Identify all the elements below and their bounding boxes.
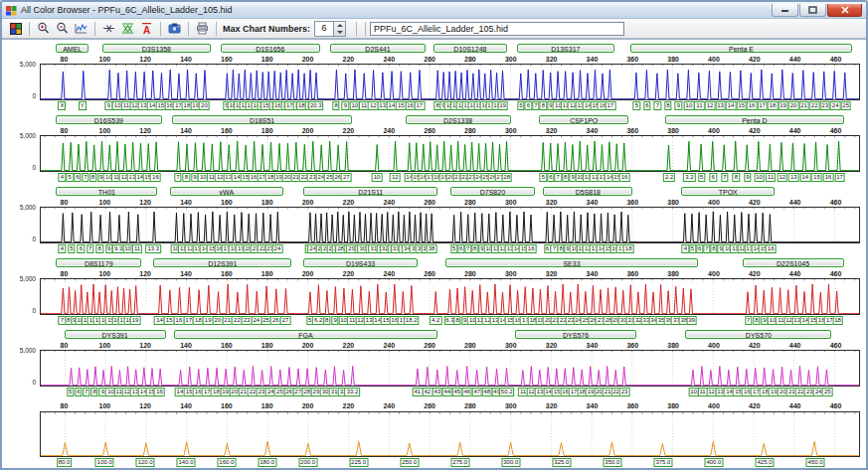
axis-tick: 300 — [505, 126, 517, 135]
axis-tick: 100 — [99, 401, 111, 410]
axis-tick: 340 — [587, 341, 599, 350]
svg-text:A: A — [143, 25, 150, 36]
axis-tick: 300 — [505, 55, 517, 64]
max-chart-numbers-value[interactable]: 6 — [315, 22, 333, 36]
allele-label: 39 — [686, 316, 697, 325]
allele-label: 8 — [562, 173, 569, 182]
zoom-fit-button[interactable] — [72, 20, 90, 38]
axis-tick: 400 — [708, 341, 720, 350]
axis-tick: 120 — [139, 341, 151, 350]
peak-detect-button[interactable] — [118, 20, 137, 38]
max-chart-numbers-spinner[interactable]: 6 — [314, 21, 346, 37]
marker-label: D18S51 — [172, 115, 353, 124]
electropherogram-black[interactable] — [40, 207, 860, 243]
axis-tick: 420 — [749, 126, 761, 135]
axis-tick: 160 — [221, 269, 233, 278]
allele-row-magenta: 5678910111213141516141516171819202122232… — [40, 387, 860, 398]
title-bar[interactable]: All Color Browser - PPFu_6C_Allelic_Ladd… — [2, 2, 866, 19]
axis-tick: 100 — [99, 198, 111, 207]
panels: 5,0000AMELD3S1358D1S1656D2S441D10S1248D1… — [2, 44, 866, 468]
allele-label: 6 — [78, 244, 85, 253]
axis-tick: 280 — [464, 126, 476, 135]
max-chart-numbers-label: Max Chart Numbers: — [223, 24, 310, 34]
minimize-icon — [781, 6, 789, 13]
allele-label: 400.0 — [704, 458, 723, 467]
axis-tick: 160 — [221, 198, 233, 207]
allele-label: 27 — [280, 316, 291, 325]
zoom-in-button[interactable] — [34, 20, 53, 38]
electropherogram-blue[interactable] — [40, 64, 860, 100]
axis-tick: 420 — [749, 401, 761, 410]
allele-label: 24 — [830, 101, 841, 110]
axis-tick: 80 — [61, 126, 69, 135]
axis-tick: 260 — [424, 341, 435, 350]
allele-label: 25 — [840, 101, 851, 110]
allele-label: 15 — [736, 101, 747, 110]
allele-label: 8 — [733, 173, 740, 182]
maximize-icon — [808, 6, 817, 14]
y-axis-max-label: 5,000 — [20, 62, 36, 68]
allele-label: 4.2 — [430, 316, 441, 325]
spinner-down-button[interactable] — [334, 29, 345, 36]
allele-label: 12 — [777, 173, 787, 182]
allele-label: 6 — [643, 101, 650, 110]
axis-tick: 320 — [546, 341, 558, 350]
axis-tick: 120 — [139, 401, 151, 410]
marker-row-black: TH01vWAD21S11D7S820D5S818TPOX — [40, 187, 860, 198]
allele-label: 120.0 — [136, 458, 155, 467]
electropherogram-orange[interactable] — [40, 411, 860, 457]
allele-label: 19 — [778, 101, 788, 110]
electropherogram-green[interactable] — [40, 135, 860, 172]
close-button[interactable] — [827, 4, 862, 17]
allele-label: 8 — [540, 101, 547, 110]
allele-label: 14 — [800, 173, 811, 182]
axis-tick: 120 — [139, 126, 151, 135]
maximize-button[interactable] — [799, 4, 826, 17]
axis-tick: 180 — [261, 269, 273, 278]
allele-label: 8 — [453, 316, 460, 325]
y-axis-gutter-magenta: 5,0000 — [2, 330, 40, 398]
axis-tick: 400 — [708, 55, 720, 64]
allele-label: 17 — [605, 101, 615, 110]
print-button[interactable] — [193, 20, 212, 38]
allele-label-button[interactable]: A — [137, 20, 156, 38]
allele-label: 9 — [744, 173, 751, 182]
current-file-field[interactable]: PPFu_6C_Allelic_Ladder_105.hid — [370, 22, 624, 36]
allele-label: 16 — [150, 173, 161, 182]
minimize-button[interactable] — [772, 4, 798, 17]
snapshot-button[interactable] — [165, 20, 184, 38]
allele-label: 7 — [745, 316, 752, 325]
axis-tick: 240 — [383, 401, 395, 410]
axis-tick: 320 — [546, 401, 558, 410]
trace-panel-black: 5,0000TH01vWAD21S11D7S820D5S818TPOX80100… — [2, 187, 866, 255]
axis-tick: 220 — [343, 269, 355, 278]
axis-tick: 100 — [99, 269, 111, 278]
axis-tick: 360 — [626, 126, 638, 135]
electropherogram-red[interactable] — [40, 278, 860, 315]
axis-tick: 300 — [505, 269, 517, 278]
marker-label: D3S1358 — [102, 44, 210, 53]
trace-panel-orange: 8010012014016018020022024026028030032034… — [2, 401, 866, 468]
axis-tick: 420 — [749, 198, 761, 207]
y-axis-gutter-black: 5,0000 — [2, 187, 40, 255]
allele-label: 9 — [675, 101, 682, 110]
allele-label: 6 — [75, 388, 82, 396]
y-axis-max-label: 5,000 — [20, 276, 36, 282]
allele-label: 13.3 — [146, 244, 162, 253]
window-title: All Color Browser - PPFu_6C_Allelic_Ladd… — [21, 5, 233, 15]
axis-tick: 220 — [343, 198, 355, 207]
marker-row-green: D16S539D18S51D2S1338CSF1POPenta D — [40, 115, 860, 126]
axis-tick: 440 — [789, 55, 801, 64]
allele-label: 7 — [83, 388, 89, 396]
chevron-down-icon — [337, 31, 343, 34]
color-channels-button[interactable] — [6, 20, 25, 38]
remove-baseline-button[interactable] — [99, 20, 118, 38]
marker-label: D12S391 — [153, 258, 291, 267]
spinner-up-button[interactable] — [334, 22, 345, 29]
zoom-out-button[interactable] — [53, 20, 72, 38]
marker-label: Penta E — [630, 44, 852, 53]
color-grid-icon — [10, 23, 22, 35]
axis-tick: 80 — [61, 269, 69, 278]
electropherogram-magenta[interactable] — [40, 350, 860, 387]
axis-tick: 360 — [626, 341, 638, 350]
